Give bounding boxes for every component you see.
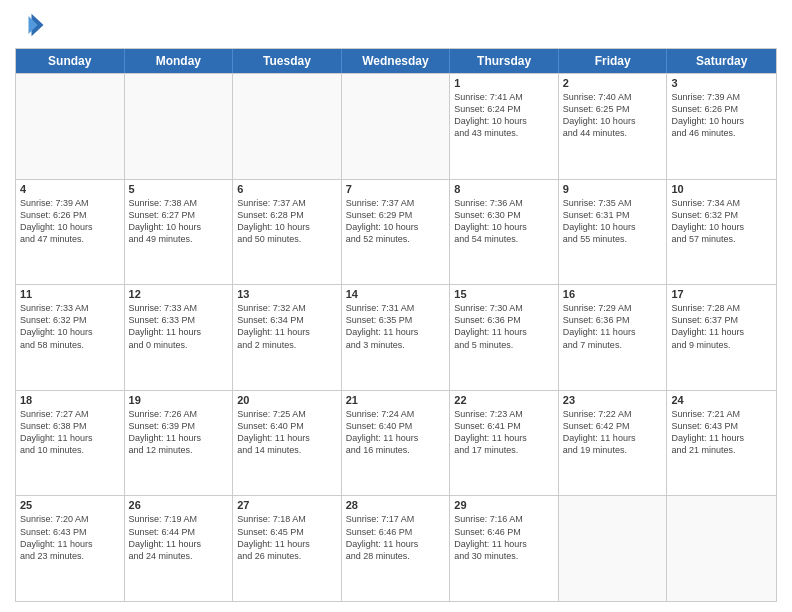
day-info: Sunrise: 7:38 AM Sunset: 6:27 PM Dayligh… bbox=[129, 197, 229, 246]
day-cell-25: 25Sunrise: 7:20 AM Sunset: 6:43 PM Dayli… bbox=[16, 496, 125, 601]
day-number: 22 bbox=[454, 394, 554, 406]
day-info: Sunrise: 7:21 AM Sunset: 6:43 PM Dayligh… bbox=[671, 408, 772, 457]
header-day-monday: Monday bbox=[125, 49, 234, 73]
calendar-header: SundayMondayTuesdayWednesdayThursdayFrid… bbox=[16, 49, 776, 73]
day-number: 20 bbox=[237, 394, 337, 406]
day-info: Sunrise: 7:16 AM Sunset: 6:46 PM Dayligh… bbox=[454, 513, 554, 562]
day-number: 27 bbox=[237, 499, 337, 511]
day-info: Sunrise: 7:18 AM Sunset: 6:45 PM Dayligh… bbox=[237, 513, 337, 562]
day-number: 14 bbox=[346, 288, 446, 300]
day-cell-24: 24Sunrise: 7:21 AM Sunset: 6:43 PM Dayli… bbox=[667, 391, 776, 496]
day-info: Sunrise: 7:34 AM Sunset: 6:32 PM Dayligh… bbox=[671, 197, 772, 246]
week-row-4: 18Sunrise: 7:27 AM Sunset: 6:38 PM Dayli… bbox=[16, 390, 776, 496]
day-info: Sunrise: 7:19 AM Sunset: 6:44 PM Dayligh… bbox=[129, 513, 229, 562]
day-number: 13 bbox=[237, 288, 337, 300]
day-number: 19 bbox=[129, 394, 229, 406]
day-cell-10: 10Sunrise: 7:34 AM Sunset: 6:32 PM Dayli… bbox=[667, 180, 776, 285]
calendar: SundayMondayTuesdayWednesdayThursdayFrid… bbox=[15, 48, 777, 602]
day-cell-13: 13Sunrise: 7:32 AM Sunset: 6:34 PM Dayli… bbox=[233, 285, 342, 390]
day-number: 1 bbox=[454, 77, 554, 89]
calendar-body: 1Sunrise: 7:41 AM Sunset: 6:24 PM Daylig… bbox=[16, 73, 776, 601]
day-number: 26 bbox=[129, 499, 229, 511]
day-cell-14: 14Sunrise: 7:31 AM Sunset: 6:35 PM Dayli… bbox=[342, 285, 451, 390]
day-info: Sunrise: 7:28 AM Sunset: 6:37 PM Dayligh… bbox=[671, 302, 772, 351]
week-row-3: 11Sunrise: 7:33 AM Sunset: 6:32 PM Dayli… bbox=[16, 284, 776, 390]
day-number: 2 bbox=[563, 77, 663, 89]
header-day-wednesday: Wednesday bbox=[342, 49, 451, 73]
day-info: Sunrise: 7:20 AM Sunset: 6:43 PM Dayligh… bbox=[20, 513, 120, 562]
day-info: Sunrise: 7:32 AM Sunset: 6:34 PM Dayligh… bbox=[237, 302, 337, 351]
day-number: 6 bbox=[237, 183, 337, 195]
page: SundayMondayTuesdayWednesdayThursdayFrid… bbox=[0, 0, 792, 612]
day-number: 17 bbox=[671, 288, 772, 300]
day-cell-11: 11Sunrise: 7:33 AM Sunset: 6:32 PM Dayli… bbox=[16, 285, 125, 390]
day-info: Sunrise: 7:26 AM Sunset: 6:39 PM Dayligh… bbox=[129, 408, 229, 457]
header-day-thursday: Thursday bbox=[450, 49, 559, 73]
day-cell-empty-0-1 bbox=[125, 74, 234, 179]
day-cell-16: 16Sunrise: 7:29 AM Sunset: 6:36 PM Dayli… bbox=[559, 285, 668, 390]
day-cell-empty-4-5 bbox=[559, 496, 668, 601]
logo-icon bbox=[15, 10, 45, 40]
day-info: Sunrise: 7:17 AM Sunset: 6:46 PM Dayligh… bbox=[346, 513, 446, 562]
day-number: 28 bbox=[346, 499, 446, 511]
day-info: Sunrise: 7:33 AM Sunset: 6:32 PM Dayligh… bbox=[20, 302, 120, 351]
day-cell-empty-0-2 bbox=[233, 74, 342, 179]
day-cell-19: 19Sunrise: 7:26 AM Sunset: 6:39 PM Dayli… bbox=[125, 391, 234, 496]
day-cell-12: 12Sunrise: 7:33 AM Sunset: 6:33 PM Dayli… bbox=[125, 285, 234, 390]
day-info: Sunrise: 7:35 AM Sunset: 6:31 PM Dayligh… bbox=[563, 197, 663, 246]
day-info: Sunrise: 7:39 AM Sunset: 6:26 PM Dayligh… bbox=[20, 197, 120, 246]
day-info: Sunrise: 7:33 AM Sunset: 6:33 PM Dayligh… bbox=[129, 302, 229, 351]
day-info: Sunrise: 7:24 AM Sunset: 6:40 PM Dayligh… bbox=[346, 408, 446, 457]
day-number: 18 bbox=[20, 394, 120, 406]
day-cell-empty-4-6 bbox=[667, 496, 776, 601]
day-cell-8: 8Sunrise: 7:36 AM Sunset: 6:30 PM Daylig… bbox=[450, 180, 559, 285]
day-number: 24 bbox=[671, 394, 772, 406]
day-cell-empty-0-3 bbox=[342, 74, 451, 179]
day-cell-27: 27Sunrise: 7:18 AM Sunset: 6:45 PM Dayli… bbox=[233, 496, 342, 601]
day-info: Sunrise: 7:37 AM Sunset: 6:29 PM Dayligh… bbox=[346, 197, 446, 246]
week-row-1: 1Sunrise: 7:41 AM Sunset: 6:24 PM Daylig… bbox=[16, 73, 776, 179]
day-cell-3: 3Sunrise: 7:39 AM Sunset: 6:26 PM Daylig… bbox=[667, 74, 776, 179]
day-number: 4 bbox=[20, 183, 120, 195]
day-number: 8 bbox=[454, 183, 554, 195]
day-cell-26: 26Sunrise: 7:19 AM Sunset: 6:44 PM Dayli… bbox=[125, 496, 234, 601]
day-cell-17: 17Sunrise: 7:28 AM Sunset: 6:37 PM Dayli… bbox=[667, 285, 776, 390]
week-row-2: 4Sunrise: 7:39 AM Sunset: 6:26 PM Daylig… bbox=[16, 179, 776, 285]
day-cell-29: 29Sunrise: 7:16 AM Sunset: 6:46 PM Dayli… bbox=[450, 496, 559, 601]
day-info: Sunrise: 7:41 AM Sunset: 6:24 PM Dayligh… bbox=[454, 91, 554, 140]
day-number: 12 bbox=[129, 288, 229, 300]
day-info: Sunrise: 7:31 AM Sunset: 6:35 PM Dayligh… bbox=[346, 302, 446, 351]
header-day-tuesday: Tuesday bbox=[233, 49, 342, 73]
day-number: 9 bbox=[563, 183, 663, 195]
logo bbox=[15, 10, 49, 40]
day-number: 21 bbox=[346, 394, 446, 406]
day-number: 10 bbox=[671, 183, 772, 195]
day-cell-9: 9Sunrise: 7:35 AM Sunset: 6:31 PM Daylig… bbox=[559, 180, 668, 285]
day-cell-28: 28Sunrise: 7:17 AM Sunset: 6:46 PM Dayli… bbox=[342, 496, 451, 601]
day-info: Sunrise: 7:22 AM Sunset: 6:42 PM Dayligh… bbox=[563, 408, 663, 457]
header bbox=[15, 10, 777, 40]
day-number: 29 bbox=[454, 499, 554, 511]
header-day-sunday: Sunday bbox=[16, 49, 125, 73]
day-cell-21: 21Sunrise: 7:24 AM Sunset: 6:40 PM Dayli… bbox=[342, 391, 451, 496]
day-cell-20: 20Sunrise: 7:25 AM Sunset: 6:40 PM Dayli… bbox=[233, 391, 342, 496]
day-info: Sunrise: 7:27 AM Sunset: 6:38 PM Dayligh… bbox=[20, 408, 120, 457]
day-cell-2: 2Sunrise: 7:40 AM Sunset: 6:25 PM Daylig… bbox=[559, 74, 668, 179]
day-number: 15 bbox=[454, 288, 554, 300]
day-number: 11 bbox=[20, 288, 120, 300]
day-info: Sunrise: 7:30 AM Sunset: 6:36 PM Dayligh… bbox=[454, 302, 554, 351]
day-number: 5 bbox=[129, 183, 229, 195]
day-cell-18: 18Sunrise: 7:27 AM Sunset: 6:38 PM Dayli… bbox=[16, 391, 125, 496]
day-number: 3 bbox=[671, 77, 772, 89]
day-cell-5: 5Sunrise: 7:38 AM Sunset: 6:27 PM Daylig… bbox=[125, 180, 234, 285]
day-cell-empty-0-0 bbox=[16, 74, 125, 179]
day-info: Sunrise: 7:29 AM Sunset: 6:36 PM Dayligh… bbox=[563, 302, 663, 351]
day-number: 7 bbox=[346, 183, 446, 195]
day-info: Sunrise: 7:23 AM Sunset: 6:41 PM Dayligh… bbox=[454, 408, 554, 457]
day-cell-6: 6Sunrise: 7:37 AM Sunset: 6:28 PM Daylig… bbox=[233, 180, 342, 285]
header-day-saturday: Saturday bbox=[667, 49, 776, 73]
day-cell-7: 7Sunrise: 7:37 AM Sunset: 6:29 PM Daylig… bbox=[342, 180, 451, 285]
week-row-5: 25Sunrise: 7:20 AM Sunset: 6:43 PM Dayli… bbox=[16, 495, 776, 601]
day-cell-15: 15Sunrise: 7:30 AM Sunset: 6:36 PM Dayli… bbox=[450, 285, 559, 390]
day-number: 25 bbox=[20, 499, 120, 511]
